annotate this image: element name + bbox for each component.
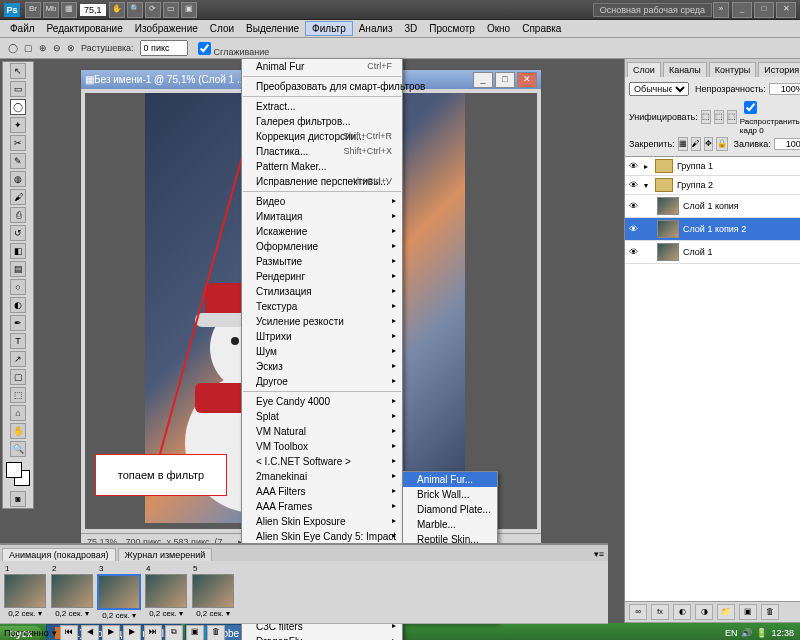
menu-item[interactable]: Штрихи [242, 329, 402, 344]
menu-item[interactable]: Другое [242, 374, 402, 389]
menu-анализ[interactable]: Анализ [353, 22, 399, 35]
menu-item[interactable]: Pattern Maker... [242, 159, 402, 174]
sel-mode-icon[interactable]: ⊕ [39, 43, 47, 53]
menu-3d[interactable]: 3D [398, 22, 423, 35]
fx-button[interactable]: fx [651, 604, 669, 620]
menu-item[interactable]: AAA Frames [242, 499, 402, 514]
doc-maximize-button[interactable]: □ [495, 72, 515, 88]
tab-layers[interactable]: Слои [627, 62, 661, 77]
tween-button[interactable]: ⧉ [165, 625, 183, 640]
path-tool[interactable]: ↗ [10, 351, 26, 367]
menu-редактирование[interactable]: Редактирование [41, 22, 129, 35]
doc-close-button[interactable]: ✕ [517, 72, 537, 88]
menu-item[interactable]: Alien Skin Eye Candy 5: Impact [242, 529, 402, 544]
lock-pos-icon[interactable]: ✥ [704, 137, 713, 151]
visibility-icon[interactable]: 👁 [625, 247, 641, 257]
gradient-tool[interactable]: ▤ [10, 261, 26, 277]
new-layer-button[interactable]: ▣ [739, 604, 757, 620]
visibility-icon[interactable]: 👁 [625, 224, 641, 234]
tab-measurements[interactable]: Журнал измерений [118, 548, 213, 561]
menu-фильтр[interactable]: Фильтр [305, 21, 353, 36]
chevron-right-icon[interactable]: » [713, 2, 729, 18]
system-tray[interactable]: EN 🔊 🔋 12:38 [719, 626, 800, 640]
tab-paths[interactable]: Контуры [709, 62, 756, 77]
adjustment-button[interactable]: ◑ [695, 604, 713, 620]
unify-icon[interactable]: ⬚ [701, 110, 711, 124]
layers-tabs[interactable]: Слои Каналы Контуры История [625, 59, 800, 77]
wand-tool[interactable]: ✦ [10, 117, 26, 133]
maximize-button[interactable]: □ [754, 2, 774, 18]
unify-icon[interactable]: ⬚ [727, 110, 737, 124]
blend-mode-select[interactable]: Обычные [629, 82, 689, 96]
eyedropper-tool[interactable]: ✎ [10, 153, 26, 169]
first-frame-button[interactable]: ⏮ [60, 625, 78, 640]
minimize-button[interactable]: _ [732, 2, 752, 18]
menu-item[interactable]: Рендеринг [242, 269, 402, 284]
menu-справка[interactable]: Справка [516, 22, 567, 35]
tray-icon[interactable]: 🔊 [741, 628, 752, 638]
tab-history[interactable]: История [758, 62, 800, 77]
visibility-icon[interactable]: 👁 [625, 161, 641, 171]
play-button[interactable]: ▶ [102, 625, 120, 640]
submenu-item[interactable]: Diamond Plate... [403, 502, 497, 517]
menu-item[interactable]: Коррекция дисторсии...Shift+Ctrl+R [242, 129, 402, 144]
submenu-item[interactable]: Animal Fur... [403, 472, 497, 487]
menu-item[interactable]: Splat [242, 409, 402, 424]
animation-frame[interactable]: 50,2 сек. ▾ [191, 564, 235, 620]
menu-item[interactable]: Eye Candy 4000 [242, 394, 402, 409]
lock-all-icon[interactable]: 🔒 [716, 137, 728, 151]
visibility-icon[interactable]: 👁 [625, 201, 641, 211]
menu-item[interactable]: VM Natural [242, 424, 402, 439]
menu-изображение[interactable]: Изображение [129, 22, 204, 35]
layer-list[interactable]: 👁▸Группа 1👁▾Группа 2👁Слой 1 копия👁Слой 1… [625, 157, 800, 601]
move-tool[interactable]: ↖ [10, 63, 26, 79]
menu-item[interactable]: Галерея фильтров... [242, 114, 402, 129]
submenu-item[interactable]: Marble... [403, 517, 497, 532]
animation-frame[interactable]: 40,2 сек. ▾ [144, 564, 188, 620]
menu-item[interactable]: Extract... [242, 99, 402, 114]
color-swatch[interactable] [6, 462, 30, 486]
tray-icon[interactable]: 🔋 [756, 628, 767, 638]
hand-icon[interactable]: ✋ [109, 2, 125, 18]
menu-слои[interactable]: Слои [204, 22, 240, 35]
zoom-icon[interactable]: 🔍 [127, 2, 143, 18]
visibility-icon[interactable]: 👁 [625, 180, 641, 190]
animation-frames[interactable]: 10,2 сек. ▾20,2 сек. ▾30,2 сек. ▾40,2 се… [0, 561, 608, 623]
animation-frame[interactable]: 20,2 сек. ▾ [50, 564, 94, 620]
menu-файл[interactable]: Файл [4, 22, 41, 35]
lasso-tool[interactable]: ◯ [10, 99, 26, 115]
arrange-icon[interactable]: ▭ [163, 2, 179, 18]
marquee-tool[interactable]: ▭ [10, 81, 26, 97]
language-indicator[interactable]: EN [725, 628, 738, 638]
pen-tool[interactable]: ✒ [10, 315, 26, 331]
layer-group[interactable]: 👁▾Группа 2 [625, 176, 800, 195]
titlebar-btn[interactable]: ▦ [61, 2, 77, 18]
menu-item[interactable]: Эскиз [242, 359, 402, 374]
group-button[interactable]: 📁 [717, 604, 735, 620]
menu-item[interactable]: Текстура [242, 299, 402, 314]
menu-item[interactable]: Искажение [242, 224, 402, 239]
eraser-tool[interactable]: ◧ [10, 243, 26, 259]
blur-tool[interactable]: ○ [10, 279, 26, 295]
lock-pixels-icon[interactable]: 🖌 [691, 137, 701, 151]
loop-selector[interactable]: Постоянно [4, 628, 49, 638]
menu-item[interactable]: VM Toolbox [242, 439, 402, 454]
zoom-tool[interactable]: 🔍 [10, 441, 26, 457]
tab-channels[interactable]: Каналы [663, 62, 707, 77]
menu-item[interactable]: Имитация [242, 209, 402, 224]
stamp-tool[interactable]: ⎙ [10, 207, 26, 223]
animation-frame[interactable]: 10,2 сек. ▾ [3, 564, 47, 620]
hand-tool[interactable]: ✋ [10, 423, 26, 439]
quickmask-tool[interactable]: ◙ [10, 491, 26, 507]
submenu-item[interactable]: Brick Wall... [403, 487, 497, 502]
delete-layer-button[interactable]: 🗑 [761, 604, 779, 620]
animation-frame[interactable]: 30,2 сек. ▾ [97, 564, 141, 620]
sel-mode-icon[interactable]: ⊖ [53, 43, 61, 53]
menu-item[interactable]: Оформление [242, 239, 402, 254]
tab-animation[interactable]: Анимация (покадровая) [2, 548, 116, 561]
menu-item[interactable]: Размытие [242, 254, 402, 269]
layer-item[interactable]: 👁Слой 1 копия [625, 195, 800, 218]
lock-trans-icon[interactable]: ▦ [678, 137, 688, 151]
menu-item[interactable]: Стилизация [242, 284, 402, 299]
propagate-checkbox[interactable]: Распространить кадр 0 [740, 98, 800, 135]
